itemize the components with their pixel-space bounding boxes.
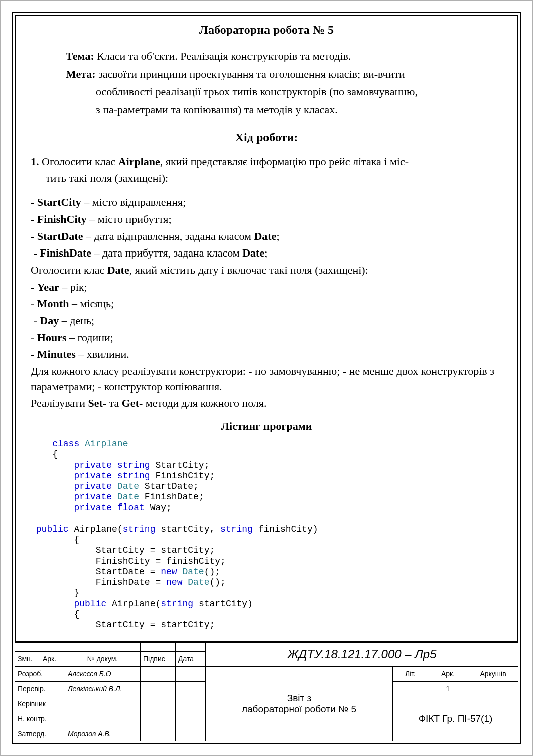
d-month: - Month – місяць; xyxy=(31,296,502,311)
l12kw: new xyxy=(161,567,182,577)
d-year: - Year – рік; xyxy=(31,280,502,295)
pagenum: 1 xyxy=(428,681,468,696)
l13kw: new xyxy=(166,577,188,587)
doc-code: ЖДТУ.18.121.17.000 – Лр5 xyxy=(206,643,518,667)
d3-desc: – день; xyxy=(59,314,94,327)
f1-name: StartCity xyxy=(37,196,81,208)
stamp-row-dev: Розроб. Алєксєєв Б.О Звіт з лабораторної… xyxy=(15,666,518,681)
set: Set xyxy=(88,397,102,409)
f4-name: FinishDate xyxy=(40,246,91,259)
l02: { xyxy=(52,449,58,459)
h-lit: Літ. xyxy=(392,666,428,681)
group-cell: ФІКТ Гр. ПІ-57(1) xyxy=(392,696,518,741)
l15ty: string xyxy=(161,599,193,609)
d1-name: Year xyxy=(37,281,59,293)
ctor-para2: Реалізувати Set- та Get- методи для кожн… xyxy=(31,396,502,411)
l08b: startCity, xyxy=(155,524,220,534)
meta-text1: засвоїти принципи проектування та оголош… xyxy=(96,68,405,80)
pagestotal xyxy=(468,681,518,696)
page: Лабораторна робота № 5 Тема: Класи та об… xyxy=(0,0,533,756)
l03kw: private xyxy=(74,460,117,470)
meta-line3: з па-раметрами та копіювання) та методів… xyxy=(31,102,502,117)
l13b: (); xyxy=(210,577,226,587)
d2-desc: – місяць; xyxy=(69,297,114,310)
d-minutes: - Minutes – хвилини. xyxy=(31,347,502,362)
l11: FinishCity = finishCity; xyxy=(96,556,226,566)
l07kw: private xyxy=(74,502,117,513)
date-b: , який містить дату і включає такі поля … xyxy=(129,264,368,276)
d-day: - Day – день; xyxy=(31,313,502,328)
l15b: startCity) xyxy=(193,599,253,609)
f3-date: Date xyxy=(254,230,276,242)
f2-desc: – місто прибуття; xyxy=(87,213,172,225)
l17: StartCity = startCity; xyxy=(96,620,215,630)
report-title-cell: Звіт з лабораторної роботи № 5 xyxy=(206,666,393,741)
l03nm: StartCity; xyxy=(150,460,210,470)
l05nm: StartDate; xyxy=(139,481,199,491)
tema-text: Класи та об'єкти. Реалізація конструктор… xyxy=(94,50,351,62)
date-class: Date xyxy=(107,264,129,276)
l14: } xyxy=(74,588,79,598)
l06nm: FinishDate; xyxy=(139,492,204,502)
l13a: FinishDate = xyxy=(96,577,166,587)
d4-name: Hours xyxy=(37,331,67,344)
ty-airplane: Airplane xyxy=(79,439,128,449)
l10: StartCity = startCity; xyxy=(96,545,215,555)
f3-desc: – дата відправлення, задана класом xyxy=(83,230,254,242)
f1-desc: – місто відправлення; xyxy=(81,196,186,208)
meta-line1: Мета: засвоїти принципи проектування та … xyxy=(31,67,502,82)
task-class1: Airplane xyxy=(118,155,160,168)
h-ark2: Арк. xyxy=(428,666,468,681)
l07nm: Way; xyxy=(145,502,172,513)
r3-role: Керівник xyxy=(15,696,65,711)
h-ndok: № докум. xyxy=(65,652,141,667)
listing-heading: Лістинг програми xyxy=(31,420,502,433)
kw-class: class xyxy=(52,439,79,449)
p2b: - та xyxy=(103,397,122,409)
d5-desc: – хвилини. xyxy=(76,348,129,360)
spacer xyxy=(31,188,502,195)
content-area: Лабораторна робота № 5 Тема: Класи та об… xyxy=(31,23,502,640)
h-arkushiv: Аркушів xyxy=(468,666,518,681)
l04nm: FinishCity; xyxy=(150,471,215,481)
d4-desc: – години; xyxy=(67,331,113,344)
d1-desc: – рік; xyxy=(59,281,87,293)
r1-name: Алєксєєв Б.О xyxy=(65,666,141,681)
r2-role: Перевір. xyxy=(15,681,65,696)
d2-name: Month xyxy=(37,297,69,310)
l08kw: public xyxy=(36,524,69,534)
l09: { xyxy=(74,535,79,545)
f2-name: FinishCity xyxy=(37,213,87,225)
title-block: ЖДТУ.18.121.17.000 – Лр5 Змн. Арк. № док… xyxy=(15,641,518,741)
l12a: StartDate = xyxy=(96,567,161,577)
task-line1: 1. Оголосити клас Airplane, який предста… xyxy=(31,154,502,169)
task-num: 1. xyxy=(31,155,39,168)
l12ty: Date xyxy=(182,567,204,577)
report-line1: Звіт з xyxy=(287,693,311,703)
tema-line: Тема: Класи та об'єкти. Реалізація конст… xyxy=(31,49,502,64)
report-line2: лабораторної роботи № 5 xyxy=(242,704,356,714)
h-pidpys: Підпис xyxy=(141,652,176,667)
l04kw: private xyxy=(74,471,117,481)
page-title: Лабораторна робота № 5 xyxy=(31,23,502,37)
l08c: finishCity) xyxy=(253,524,318,534)
l08ty2: string xyxy=(220,524,253,534)
r5-role: Затверд. xyxy=(15,726,65,741)
task-line2: тить такі поля (захищені): xyxy=(31,171,502,186)
f4-semi: ; xyxy=(264,246,268,259)
p2c: - методи для кожного поля. xyxy=(139,397,267,409)
d-hours: - Hours – години; xyxy=(31,330,502,345)
l08ty1: string xyxy=(123,524,156,534)
l03ty: string xyxy=(117,460,150,470)
date-sentence: Оголосити клас Date, який містить дату і… xyxy=(31,263,502,278)
l16: { xyxy=(74,609,79,619)
stamp-row-thin1: ЖДТУ.18.121.17.000 – Лр5 xyxy=(15,643,518,647)
r5-name: Морозов А.В. xyxy=(65,726,141,741)
field-finishdate: - FinishDate – дата прибуття, задана кла… xyxy=(31,245,502,261)
tema-label: Тема: xyxy=(66,50,94,62)
ctor-para1: Для кожного класу реалізувати конструкто… xyxy=(31,364,502,394)
l05ty: Date xyxy=(117,481,139,491)
f4-date: Date xyxy=(242,246,264,259)
stamp-table: ЖДТУ.18.121.17.000 – Лр5 Змн. Арк. № док… xyxy=(15,642,518,741)
l06kw: private xyxy=(74,492,117,502)
